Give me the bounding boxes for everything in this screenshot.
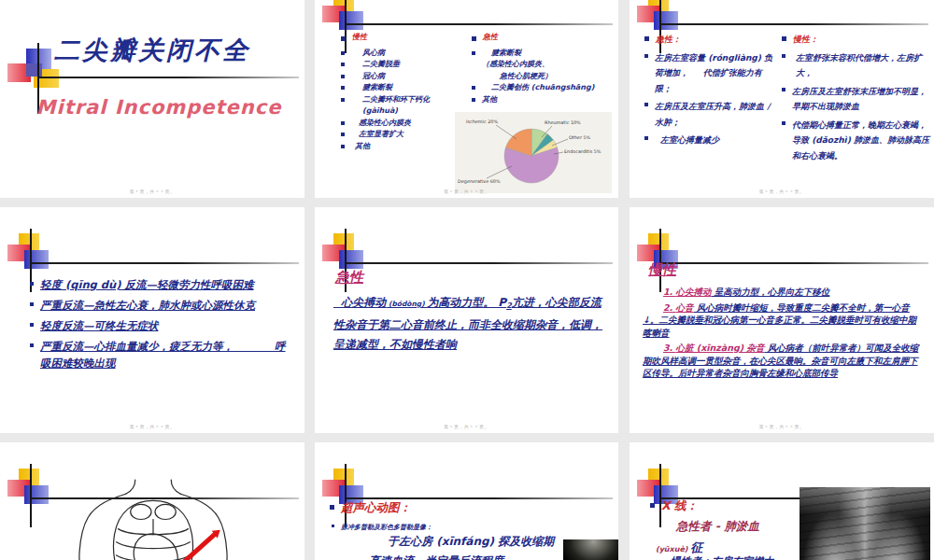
bullet-icon — [341, 75, 345, 78]
bullet-icon — [644, 54, 648, 58]
section-heading: 急性 — [335, 269, 363, 287]
list-item: 二尖瓣创伤 (chuāngshāng) — [472, 82, 614, 94]
pie-label-endocarditis: Endocarditis 5% — [564, 148, 601, 154]
list-heading: 慢性 — [341, 32, 462, 44]
bullet-icon — [782, 54, 785, 58]
bullet-icon — [341, 86, 345, 90]
bullet-icon — [644, 103, 648, 106]
slide-footer: 第＊页，共＊＊页。 — [0, 189, 304, 194]
bullet-icon — [472, 36, 476, 41]
bullet-icon — [341, 133, 345, 136]
numbered-item: 3. 心脏 (xīnzàng) 杂音 风心病者（前叶异常者）可闻及全收缩期吹风样… — [643, 342, 925, 380]
section-heading: X 线： — [650, 498, 698, 514]
chronic-patho-column: 慢性： 左室舒张末容积代偿增大，左房扩大， 左房压及左室舒张末压增加不明显，早期… — [782, 32, 929, 166]
body-line: 高速血流、半定量反流程度 — [369, 553, 503, 560]
xray-rib-shadows — [800, 487, 930, 560]
list-item: 轻度 (qīng dù) 反流—轻微劳力性呼吸困难 — [30, 276, 296, 293]
list-item: 其他 — [341, 141, 462, 153]
logo-blue-square-icon — [339, 250, 363, 269]
slide-footer: 第＊页，共＊＊页。 — [0, 424, 304, 429]
deck-subtitle: Mitral Incompetence — [28, 96, 290, 119]
acute-patho-column: 急性： 左房左室容量 (róngliàng) 负荷增加， 代偿扩张能力有限； 左… — [644, 32, 775, 151]
slide-thumb-echocardiogram[interactable]: 超声心动图： 脉冲多普勒及彩色多普勒显像： 于左心房 (xīnfáng) 探及收… — [315, 442, 618, 560]
bullet-icon — [30, 343, 34, 347]
column-heading: 急性： — [644, 32, 775, 48]
bullet-icon — [472, 98, 475, 102]
logo-purple-square-icon — [26, 63, 42, 77]
bullet-icon — [782, 121, 785, 125]
slide-rule — [661, 262, 928, 264]
chest-ribcage-drawing — [73, 476, 234, 560]
bullet-icon — [332, 525, 334, 527]
etiology-pie-figure: Ischemic 20% Rheumatic 10% Other 5% Endo… — [455, 112, 612, 193]
body-line: 急性者 - 肺淤血 — [676, 519, 759, 535]
list-item: 严重反流—心排血量减少，疲乏无力等， 呼吸困难较晚出现 — [30, 338, 296, 371]
list-item: 急性心肌梗死） — [472, 71, 614, 83]
bullet-icon — [782, 88, 785, 91]
slide-thumb-chronic-signs[interactable]: 慢性 1. 心尖搏动 呈高动力型，心界向左下移位 2. 心音 风心病时瓣叶缩短，… — [630, 207, 934, 433]
slide-thumb-pathophysiology[interactable]: 急性： 左房左室容量 (róngliàng) 负荷增加， 代偿扩张能力有限； 左… — [630, 0, 934, 198]
logo-crosshair-line — [345, 464, 347, 527]
numbered-item: 1. 心尖搏动 呈高动力型，心界向左下移位 — [643, 286, 925, 299]
slide-thumb-xray[interactable]: X 线： 急性者 - 肺淤血 (yūxuè) 征 慢性者：左房左室增大 第＊页，… — [630, 442, 934, 560]
bullet-icon — [472, 51, 475, 55]
logo-blue-square-icon — [339, 11, 363, 30]
list-item: 左房左室容量 (róngliàng) 负荷增加， 代偿扩张能力有限； — [644, 50, 775, 97]
bullet-icon — [341, 36, 346, 41]
bullet-icon — [341, 145, 345, 148]
pie-label-ischemic: Ischemic 20% — [466, 119, 498, 124]
chronic-signs-list: 1. 心尖搏动 呈高动力型，心界向左下移位 2. 心音 风心病时瓣叶缩短，导致重… — [643, 286, 925, 383]
list-item: 严重反流—急性左心衰，肺水肿或心源性休克 — [30, 297, 296, 314]
list-item: 左房压及左室压升高，肺淤血 / 水肿； — [644, 99, 775, 130]
list-item: 腱索断裂 — [472, 48, 614, 60]
bullet-icon — [341, 98, 345, 102]
bullet-icon — [472, 86, 475, 90]
title-rule — [37, 77, 299, 78]
body-paragraph: 心尖搏动 (bódòng) 为高动力型。 P2亢进，心尖部反流性杂音于第二心音前… — [333, 293, 606, 355]
list-item: 代偿期心搏量正常，晚期左心衰竭，导致 (dǎozhì) 肺淤血、肺动脉高压和右心… — [782, 118, 929, 164]
slide-thumb-auscultation-figure[interactable]: 第＊页，共＊＊页。 — [0, 442, 304, 560]
acute-etiology-list: 急性 腱索断裂 （感染性心内膜炎、 急性心肌梗死） 二尖瓣创伤 (chuāngs… — [472, 32, 614, 105]
pie-label-rheumatic: Rheumatic 10% — [545, 119, 581, 125]
slide-thumb-etiology[interactable]: 慢性 风心病 二尖瓣脱垂 冠心病 腱索断裂 二尖瓣环和环下钙化(gàihuà) … — [315, 0, 618, 198]
slide-rule — [347, 497, 613, 499]
slide-footer: 第＊页，共＊＊页。 — [630, 189, 934, 194]
numbered-item: 2. 心音 风心病时瓣叶缩短，导致重度二尖瓣不全时，第一心音↓。二尖瓣脱垂和冠心… — [643, 301, 925, 340]
logo-blue-square-icon — [24, 485, 49, 504]
sub-line: 脉冲多普勒及彩色多普勒显像： — [332, 523, 432, 532]
deck-title: 二尖瓣关闭不全 — [54, 34, 250, 67]
slide-sorter-canvas: { "deck": { "footer_text": "第＊页，共＊＊页。", … — [0, 0, 934, 560]
list-item: 风心病 — [341, 48, 462, 60]
section-heading: 超声心动图： — [330, 500, 411, 516]
list-item: 冠心病 — [341, 71, 462, 83]
slide-thumb-acute-signs[interactable]: 急性 心尖搏动 (bódòng) 为高动力型。 P2亢进，心尖部反流性杂音于第二… — [315, 207, 618, 433]
slide-rule — [347, 23, 613, 25]
list-item: 其他 — [472, 94, 614, 106]
body-line-clipped: 慢性者：左房左室增大 — [671, 554, 773, 560]
chronic-etiology-list: 慢性 风心病 二尖瓣脱垂 冠心病 腱索断裂 二尖瓣环和环下钙化(gàihuà) … — [341, 32, 462, 152]
bullet-icon — [30, 282, 34, 286]
pie-chart: Ischemic 20% Rheumatic 10% Other 5% Endo… — [455, 112, 612, 193]
slide-thumb-symptoms[interactable]: 轻度 (qīng dù) 反流—轻微劳力性呼吸困难 严重反流—急性左心衰，肺水肿… — [0, 207, 304, 433]
slide-thumb-title[interactable]: 二尖瓣关闭不全 Mitral Incompetence 第＊页，共＊＊页。 — [0, 0, 304, 198]
pie-label-degenerative: Degenerative 60% — [458, 178, 501, 185]
bullet-icon — [341, 63, 345, 66]
slide-footer: 第＊页，共＊＊页。 — [315, 189, 618, 194]
pie-leader-line — [487, 166, 512, 178]
list-heading: 急性 — [472, 32, 614, 44]
list-item: 左室舒张末容积代偿增大，左房扩大， — [782, 50, 929, 81]
slide-rule — [661, 23, 928, 25]
list-item: 感染性心内膜炎 — [341, 118, 462, 130]
section-heading: 慢性 — [648, 261, 676, 279]
list-item: 轻度反流—可终生无症状 — [30, 317, 296, 334]
slide-rule — [347, 262, 613, 264]
pie-leader-line — [496, 125, 517, 139]
bullet-icon — [782, 36, 786, 41]
list-item: 二尖瓣环和环下钙化(gàihuà) — [341, 94, 462, 118]
bullet-icon — [650, 503, 655, 508]
bullet-icon — [30, 302, 34, 306]
logo-crosshair-line — [659, 464, 661, 527]
list-item: （感染性心内膜炎、 — [472, 59, 614, 71]
body-line: 于左心房 (xīnfáng) 探及收缩期 — [388, 534, 554, 550]
bullet-icon — [341, 51, 345, 55]
